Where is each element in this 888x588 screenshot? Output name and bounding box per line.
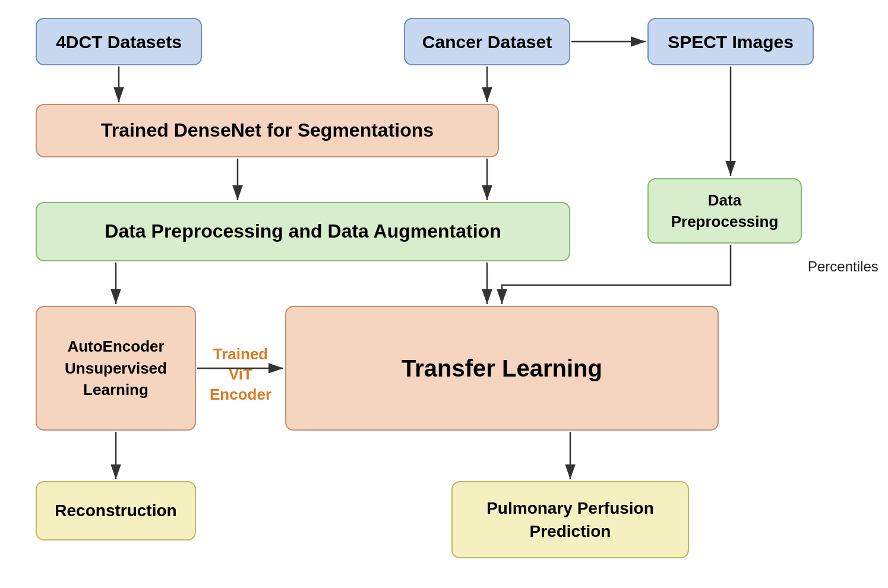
node-transfer-learning: Transfer Learning bbox=[285, 306, 719, 431]
node-trained-densenet: Trained DenseNet for Segmentations bbox=[36, 104, 499, 157]
diagram-container: 4DCT Datasets Cancer Dataset SPECT Image… bbox=[0, 0, 888, 588]
label-trained-vit: Trained ViTEncoder bbox=[202, 344, 279, 404]
node-4dct: 4DCT Datasets bbox=[36, 18, 202, 65]
node-cancer-dataset: Cancer Dataset bbox=[404, 18, 570, 65]
node-reconstruction: Reconstruction bbox=[36, 481, 196, 540]
node-data-preprocessing-right: DataPreprocessing bbox=[647, 178, 802, 244]
node-pulmonary-perfusion: Pulmonary PerfusionPrediction bbox=[451, 481, 689, 558]
node-autoencoder: AutoEncoderUnsupervisedLearning bbox=[36, 306, 196, 431]
node-data-preprocessing-augmentation: Data Preprocessing and Data Augmentation bbox=[36, 202, 570, 261]
label-percentiles: Percentiles bbox=[808, 258, 878, 275]
node-spect-images: SPECT Images bbox=[647, 18, 814, 65]
